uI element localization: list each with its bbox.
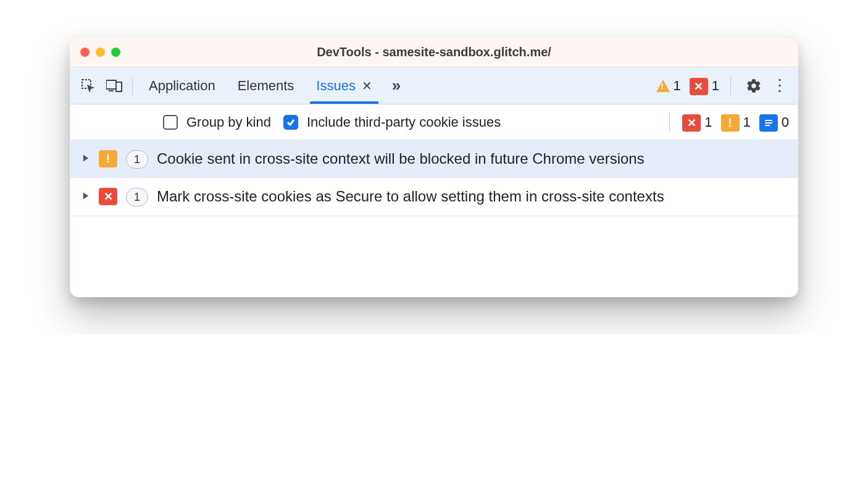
issue-row[interactable]: ✕ 1 Mark cross-site cookies as Secure to… xyxy=(70,178,798,216)
svg-rect-2 xyxy=(109,90,114,91)
empty-area xyxy=(70,216,798,297)
error-bubble-icon: ✕ xyxy=(690,78,708,95)
warning-bubble-icon: ! xyxy=(99,150,117,167)
close-window-button[interactable] xyxy=(80,48,90,57)
warning-triangle-icon xyxy=(656,80,670,92)
warnings-count: 1 xyxy=(674,78,681,94)
toolbar-info-count: 0 xyxy=(782,114,789,130)
traffic-lights xyxy=(80,48,120,57)
separator xyxy=(132,77,133,95)
window-title: DevTools - samesite-sandbox.glitch.me/ xyxy=(70,45,798,59)
errors-count: 1 xyxy=(712,78,719,94)
issue-count-badge: 1 xyxy=(126,188,148,206)
tab-label: Application xyxy=(149,78,215,94)
issue-title: Cookie sent in cross-site context will b… xyxy=(157,149,787,169)
group-by-kind-checkbox[interactable] xyxy=(163,115,178,130)
issue-row[interactable]: ! 1 Cookie sent in cross-site context wi… xyxy=(70,140,798,178)
issues-toolbar: Group by kind Include third-party cookie… xyxy=(70,104,798,140)
tab-label: Issues xyxy=(316,78,356,94)
separator xyxy=(730,77,731,95)
tab-application[interactable]: Application xyxy=(139,67,225,104)
maximize-window-button[interactable] xyxy=(111,48,120,57)
issue-title: Mark cross-site cookies as Secure to all… xyxy=(157,187,787,206)
expand-icon[interactable] xyxy=(81,154,90,163)
tab-label: Elements xyxy=(238,78,294,94)
toolbar-errors-count: 1 xyxy=(704,114,712,130)
svg-rect-3 xyxy=(116,82,122,91)
titlebar: DevTools - samesite-sandbox.glitch.me/ xyxy=(70,38,798,67)
issue-count-badge: 1 xyxy=(126,150,148,169)
warnings-counter[interactable]: 1 xyxy=(656,78,681,94)
inspect-element-icon[interactable] xyxy=(77,74,100,98)
svg-rect-5 xyxy=(765,122,772,124)
tab-bar: Application Elements Issues ✕ » 1 ✕ 1 ⋮ xyxy=(70,67,798,104)
tab-issues[interactable]: Issues ✕ xyxy=(306,67,382,104)
devtools-window: DevTools - samesite-sandbox.glitch.me/ A… xyxy=(70,37,798,297)
error-bubble-icon: ✕ xyxy=(682,114,701,132)
include-third-party-label: Include third-party cookie issues xyxy=(307,114,501,130)
separator xyxy=(669,113,670,132)
svg-rect-4 xyxy=(765,120,772,121)
toolbar-errors-counter[interactable]: ✕ 1 xyxy=(682,113,712,132)
error-bubble-icon: ✕ xyxy=(99,188,117,205)
device-toolbar-icon[interactable] xyxy=(102,74,126,98)
kebab-menu-icon[interactable]: ⋮ xyxy=(768,74,791,98)
close-tab-icon[interactable]: ✕ xyxy=(362,78,372,93)
more-tabs-icon[interactable]: » xyxy=(385,74,408,98)
toolbar-warnings-count: 1 xyxy=(743,114,751,130)
svg-rect-1 xyxy=(106,80,116,89)
svg-rect-6 xyxy=(765,125,770,126)
issues-list: ! 1 Cookie sent in cross-site context wi… xyxy=(70,140,798,216)
toolbar-info-counter[interactable]: 0 xyxy=(759,113,789,132)
minimize-window-button[interactable] xyxy=(96,48,105,57)
include-third-party-checkbox[interactable] xyxy=(283,115,298,130)
settings-icon[interactable] xyxy=(742,74,766,98)
expand-icon[interactable] xyxy=(81,192,90,200)
tab-elements[interactable]: Elements xyxy=(228,67,304,104)
toolbar-warnings-counter[interactable]: ! 1 xyxy=(721,113,751,132)
warning-bubble-icon: ! xyxy=(721,114,740,132)
group-by-kind-label: Group by kind xyxy=(186,114,271,130)
info-bubble-icon xyxy=(759,114,778,132)
errors-counter[interactable]: ✕ 1 xyxy=(690,77,719,95)
